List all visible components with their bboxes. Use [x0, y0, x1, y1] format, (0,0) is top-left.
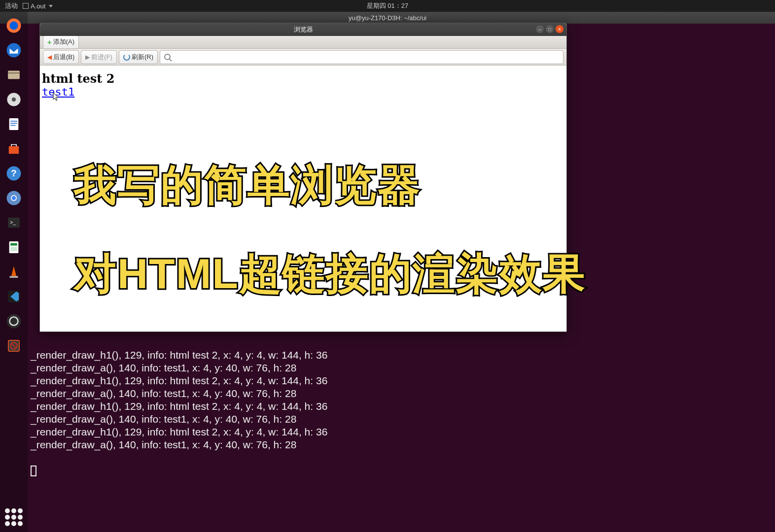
svg-rect-8: [10, 121, 17, 122]
terminal-line: _render_draw_h1(), 129, info: html test …: [31, 400, 772, 413]
dock-obs[interactable]: [3, 310, 25, 332]
svg-rect-4: [8, 72, 20, 74]
caption-line-2: 对HTML超链接的渲染效果: [74, 251, 586, 296]
browser-toolbar: ◀ 后退(B) ▶ 前进(F) 刷新(R): [40, 49, 566, 66]
terminal-line: _render_draw_a(), 140, info: test1, x: 4…: [31, 362, 772, 374]
svg-point-1: [10, 22, 18, 30]
caption-line-1: 我写的简单浏览器: [74, 163, 421, 207]
dock-firefox[interactable]: [3, 15, 25, 36]
maximize-button[interactable]: □: [546, 25, 554, 33]
dock-writer[interactable]: [3, 113, 25, 135]
add-button-label: 添加(A): [53, 37, 74, 46]
svg-rect-20: [10, 243, 17, 246]
plus-icon: +: [47, 38, 52, 46]
dock-rhythmbox[interactable]: [3, 89, 25, 110]
chevron-left-icon: ◀: [47, 54, 52, 61]
dock-calc[interactable]: [3, 236, 25, 258]
show-applications[interactable]: [3, 506, 25, 528]
terminal-titlebar: yu@yu-Z170-D3H: ~/abc/ui: [0, 12, 775, 24]
dock-vscode[interactable]: [3, 286, 25, 307]
svg-point-6: [12, 98, 16, 102]
terminal-line: _render_draw_h1(), 129, info: html test …: [31, 374, 772, 387]
terminal-cursor: [31, 466, 36, 476]
reload-icon: [123, 54, 130, 61]
terminal-line: _render_draw_h1(), 129, info: html test …: [31, 426, 772, 438]
terminal-title: yu@yu-Z170-D3H: ~/abc/ui: [349, 14, 426, 22]
reload-button-label: 刷新(R): [132, 53, 153, 62]
svg-rect-22: [10, 276, 18, 278]
minimize-button[interactable]: –: [536, 25, 544, 33]
svg-rect-3: [8, 71, 20, 79]
page-heading: html test 2: [42, 71, 564, 86]
svg-point-16: [12, 196, 16, 200]
dock: ? >_: [0, 12, 28, 532]
page-link-test1[interactable]: test1: [42, 86, 74, 98]
dock-thunderbird[interactable]: [3, 39, 25, 61]
browser-titlebar[interactable]: 浏览器 – □ ×: [40, 23, 566, 36]
svg-rect-10: [10, 125, 15, 126]
dock-terminal[interactable]: >_: [3, 212, 25, 233]
app-menu[interactable]: A.out: [23, 2, 53, 10]
apps-grid-icon: [5, 508, 23, 526]
gnome-topbar: 活动 A.out 星期四 01：27: [0, 0, 775, 12]
dock-help[interactable]: ?: [3, 163, 25, 184]
reload-button[interactable]: 刷新(R): [119, 50, 158, 64]
svg-point-2: [7, 43, 21, 58]
chevron-right-icon: ▶: [85, 54, 90, 61]
forward-button-label: 前进(F): [91, 53, 112, 62]
add-button[interactable]: + 添加(A): [43, 35, 79, 49]
svg-rect-9: [10, 123, 17, 124]
clock[interactable]: 星期四 01：27: [367, 1, 409, 10]
browser-title: 浏览器: [294, 25, 313, 34]
close-button[interactable]: ×: [556, 25, 564, 33]
back-button-label: 后退(B): [53, 53, 74, 62]
svg-rect-21: [10, 247, 17, 251]
dock-software[interactable]: [3, 138, 25, 160]
activities-button[interactable]: 活动: [5, 1, 18, 10]
browser-menubar: + 添加(A): [40, 36, 566, 49]
svg-rect-7: [9, 118, 19, 130]
chevron-down-icon: [49, 5, 53, 7]
search-icon: [164, 54, 171, 60]
terminal-line: _render_draw_a(), 140, info: test1, x: 4…: [31, 413, 772, 426]
svg-text:?: ?: [11, 168, 16, 178]
app-icon: [23, 3, 29, 9]
dock-vlc[interactable]: [3, 261, 25, 283]
url-input[interactable]: [160, 50, 564, 64]
svg-rect-11: [9, 146, 19, 154]
dock-files[interactable]: [3, 64, 25, 86]
dock-running-app[interactable]: [3, 335, 25, 357]
back-button[interactable]: ◀ 后退(B): [43, 50, 79, 64]
dock-chromium[interactable]: [3, 187, 25, 209]
terminal-line: _render_draw_h1(), 129, info: html test …: [31, 349, 772, 362]
app-name-label: A.out: [31, 2, 45, 10]
svg-text:>_: >_: [10, 220, 16, 225]
svg-point-24: [7, 314, 21, 329]
terminal-line: _render_draw_a(), 140, info: test1, x: 4…: [31, 438, 772, 451]
terminal-line: _render_draw_a(), 140, info: test1, x: 4…: [31, 387, 772, 400]
forward-button[interactable]: ▶ 前进(F): [81, 50, 117, 64]
